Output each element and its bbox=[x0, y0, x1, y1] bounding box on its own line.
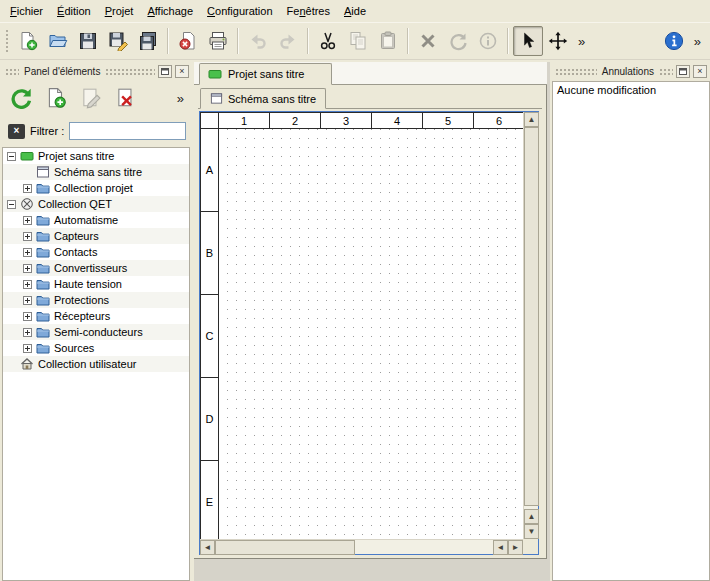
dock-grip[interactable] bbox=[5, 68, 19, 75]
plus-expander-icon[interactable] bbox=[23, 248, 36, 257]
menu-projet[interactable]: Projet bbox=[98, 2, 141, 20]
folder-icon bbox=[36, 261, 53, 275]
dock-grip[interactable] bbox=[105, 68, 155, 75]
scroll-up-button[interactable]: ▲ bbox=[524, 112, 539, 127]
plus-expander-icon[interactable] bbox=[23, 184, 36, 193]
undo-button[interactable] bbox=[243, 26, 273, 56]
select-tool-icon bbox=[518, 31, 538, 51]
menu-configuration[interactable]: Configuration bbox=[200, 2, 279, 20]
plus-expander-icon[interactable] bbox=[23, 264, 36, 273]
scroll-left-button[interactable]: ◄ bbox=[200, 540, 215, 555]
new-document-icon bbox=[18, 31, 38, 51]
tab-project[interactable]: Projet sans titre bbox=[199, 63, 332, 85]
plus-expander-icon[interactable] bbox=[23, 328, 36, 337]
open-project-button[interactable] bbox=[43, 26, 73, 56]
tree-item-automatisme[interactable]: Automatisme bbox=[3, 212, 189, 228]
sheet-corner bbox=[201, 113, 219, 129]
folder-icon bbox=[36, 245, 53, 259]
select-tool-button[interactable] bbox=[513, 26, 543, 56]
scroll-left-button-right[interactable]: ◄ bbox=[493, 540, 508, 555]
menu-fenetres[interactable]: Fenêtres bbox=[280, 2, 337, 20]
dock-grip[interactable] bbox=[555, 68, 597, 75]
new-document-button[interactable] bbox=[13, 26, 43, 56]
delete-button[interactable] bbox=[413, 26, 443, 56]
diagram-grid[interactable] bbox=[219, 129, 523, 539]
qelectrotech-window: FichierÉditionProjetAffichageConfigurati… bbox=[0, 0, 710, 581]
filter-row: × Filtrer : bbox=[2, 118, 192, 144]
rotate-button[interactable] bbox=[443, 26, 473, 56]
save-as-button[interactable] bbox=[103, 26, 133, 56]
plus-expander-icon[interactable] bbox=[23, 232, 36, 241]
tree-item-collection-qet[interactable]: Collection QET bbox=[3, 196, 189, 212]
undo-list-item[interactable]: Aucune modification bbox=[553, 82, 709, 98]
print-button[interactable] bbox=[203, 26, 233, 56]
element-info-button[interactable] bbox=[473, 26, 503, 56]
scroll-down-button[interactable]: ▼ bbox=[524, 524, 539, 539]
cut-icon bbox=[318, 31, 338, 51]
tree-item-label: Protections bbox=[53, 294, 109, 306]
float-icon bbox=[679, 68, 687, 75]
new-element-button[interactable] bbox=[41, 83, 71, 113]
tree-item-convertisseurs[interactable]: Convertisseurs bbox=[3, 260, 189, 276]
horizontal-scrollbar[interactable]: ◄ ◄ ► bbox=[200, 539, 523, 554]
dock-grip[interactable] bbox=[659, 68, 673, 75]
edit-element-button[interactable] bbox=[76, 83, 106, 113]
tree-item-schema-sans-titre[interactable]: Schéma sans titre bbox=[3, 164, 189, 180]
close-panel-button[interactable]: × bbox=[175, 65, 189, 78]
save-button[interactable] bbox=[73, 26, 103, 56]
scroll-up-button-bottom[interactable]: ▲ bbox=[524, 509, 539, 524]
filter-input[interactable] bbox=[69, 122, 186, 140]
diagram-sheet[interactable]: 123456 ABCDE bbox=[200, 112, 523, 539]
copy-icon bbox=[348, 31, 368, 51]
cut-button[interactable] bbox=[313, 26, 343, 56]
panel-toolbar-extension-button[interactable]: » bbox=[177, 91, 186, 106]
scroll-right-button[interactable]: ► bbox=[508, 540, 523, 555]
reload-collections-button[interactable] bbox=[6, 83, 36, 113]
tree-item-recepteurs[interactable]: Récepteurs bbox=[3, 308, 189, 324]
menu-fichier[interactable]: Fichier bbox=[3, 2, 50, 20]
tree-item-collection-utilisateur[interactable]: Collection utilisateur bbox=[3, 356, 189, 372]
tree-item-projet-sans-titre[interactable]: Projet sans titre bbox=[3, 148, 189, 164]
redo-button[interactable] bbox=[273, 26, 303, 56]
plus-expander-icon[interactable] bbox=[23, 312, 36, 321]
diagram-view[interactable]: 123456 ABCDE ▲ ▲ ▼ ◄ ◄ ► bbox=[199, 111, 539, 555]
float-undo-panel-button[interactable] bbox=[676, 65, 690, 78]
move-view-tool-button[interactable] bbox=[543, 26, 573, 56]
plus-expander-icon[interactable] bbox=[23, 216, 36, 225]
column-header: 1 bbox=[219, 113, 270, 129]
clear-filter-icon[interactable]: × bbox=[8, 124, 25, 139]
tree-item-semi-conducteurs[interactable]: Semi-conducteurs bbox=[3, 324, 189, 340]
tree-item-contacts[interactable]: Contacts bbox=[3, 244, 189, 260]
toolbar-handle[interactable] bbox=[5, 29, 10, 53]
plus-expander-icon[interactable] bbox=[23, 280, 36, 289]
about-info-icon bbox=[664, 31, 684, 51]
vertical-scrollbar[interactable]: ▲ ▲ ▼ bbox=[523, 112, 538, 539]
plus-expander-icon[interactable] bbox=[23, 344, 36, 353]
about-info-button[interactable] bbox=[659, 26, 689, 56]
menu-aide[interactable]: Aide bbox=[337, 2, 373, 20]
mdi-area: Projet sans titre Schéma sans titre 1234… bbox=[194, 62, 550, 581]
toolbar-extension-button[interactable]: » bbox=[573, 34, 590, 49]
minus-expander-icon[interactable] bbox=[7, 152, 20, 161]
horizontal-scroll-thumb[interactable] bbox=[215, 540, 355, 555]
row-header: D bbox=[201, 378, 219, 461]
float-panel-button[interactable] bbox=[158, 65, 172, 78]
vertical-scroll-thumb[interactable] bbox=[524, 127, 539, 506]
close-undo-panel-button[interactable]: × bbox=[693, 65, 707, 78]
tree-item-collection-projet[interactable]: Collection projet bbox=[3, 180, 189, 196]
tree-item-haute-tension[interactable]: Haute tension bbox=[3, 276, 189, 292]
tree-item-capteurs[interactable]: Capteurs bbox=[3, 228, 189, 244]
plus-expander-icon[interactable] bbox=[23, 296, 36, 305]
menu-edition[interactable]: Édition bbox=[50, 2, 98, 20]
tree-item-protections[interactable]: Protections bbox=[3, 292, 189, 308]
paste-button[interactable] bbox=[373, 26, 403, 56]
menu-affichage[interactable]: Affichage bbox=[140, 2, 200, 20]
copy-button[interactable] bbox=[343, 26, 373, 56]
tab-schema[interactable]: Schéma sans titre bbox=[200, 88, 326, 109]
delete-element-button[interactable] bbox=[111, 83, 141, 113]
toolbar-extension-button-right[interactable]: » bbox=[689, 34, 706, 49]
close-project-button[interactable] bbox=[173, 26, 203, 56]
save-all-button[interactable] bbox=[133, 26, 163, 56]
tree-item-sources[interactable]: Sources bbox=[3, 340, 189, 356]
minus-expander-icon[interactable] bbox=[7, 200, 20, 209]
